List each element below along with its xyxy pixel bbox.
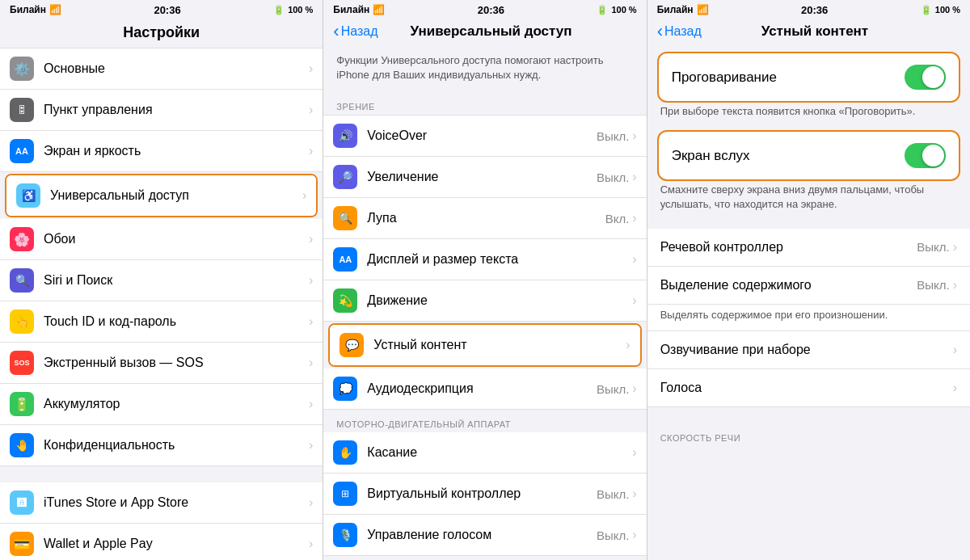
settings-item-ozv-nabor[interactable]: Озвучивание при наборе › [647,331,970,369]
settings-item-golosa[interactable]: Голоса › [647,369,970,407]
settings-item-touchid[interactable]: 👆 Touch ID и код-пароль › [0,301,323,343]
label-vydelenie: Выделение содержимого [660,278,917,293]
icon-voiceover: 🔊 [333,124,357,148]
status-left-3: Билайн 📶 [657,4,709,15]
status-left-2: Билайн 📶 [333,4,385,15]
chevron-oboi: › [309,232,313,246]
settings-item-lupa[interactable]: 🔍 Лупа Вкл. › [323,198,646,239]
chevron-display: › [632,252,636,267]
section-desc-2: Функции Универсального доступа помогают … [323,47,646,92]
icon-lupa: 🔍 [333,206,357,230]
icon-sos: SOS [10,351,34,375]
value-vydelenie: Выкл. [917,278,949,292]
highlighted-universal[interactable]: ♿ Универсальный доступ › [5,174,318,217]
toggle-label-ekran-vsluh: Экран вслух [672,148,905,164]
settings-item-virt[interactable]: ⊞ Виртуальный контроллер Выкл. › [323,474,646,515]
label-audio: Аудиодескрипция [367,381,597,396]
time-1: 20:36 [154,4,180,16]
highlighted-ustny[interactable]: 💬 Устный контент › [328,323,641,367]
settings-item-rechevoy[interactable]: Речевой контроллер Выкл. › [647,229,970,267]
label-voiceover: VoiceOver [367,128,597,143]
status-right-2: 🔋 100 % [597,5,636,15]
icon-audio: 💭 [333,377,357,401]
value-voiceover: Выкл. [597,129,629,143]
label-punkt: Пункт управления [44,103,309,117]
toggle-ekran-vsluh[interactable] [905,143,946,168]
chevron-ozv-nabor: › [953,343,957,357]
settings-item-siri[interactable]: 🔍 Siri и Поиск › [0,260,323,301]
back-button-2[interactable]: Назад [333,23,377,40]
icon-konfid: 🤚 [10,433,34,457]
status-bar-2: Билайн 📶 20:36 🔋 100 % [323,0,646,19]
chevron-golosa: › [953,381,957,395]
toggle-row-ekran: Экран вслух [659,132,959,179]
settings-item-dvizhenie[interactable]: 💫 Движение › [323,280,646,322]
label-wallet: Wallet и Apple Pay [44,537,309,551]
label-touchid: Touch ID и код-пароль [44,314,309,329]
settings-item-sos[interactable]: SOS Экстренный вызов — SOS › [0,343,323,384]
value-golos-motor: Выкл. [597,528,629,542]
icon-siri: 🔍 [10,268,34,293]
settings-item-osnovnye[interactable]: ⚙️ Основные › [0,48,323,90]
icon-universal: ♿ [16,183,40,208]
label-siri: Siri и Поиск [44,273,309,288]
settings-item-itunes[interactable]: 🅰 iTunes Store и App Store › [0,482,323,524]
back-label-3: Назад [664,24,702,39]
chevron-kasanie: › [632,445,636,460]
icon-itunes: 🅰 [10,491,34,515]
settings-item-uvelichenie[interactable]: 🔎 Увеличение Выкл. › [323,157,646,198]
status-right-3: 🔋 100 % [921,5,960,15]
section-label-vision: ЗРЕНИЕ [323,92,646,115]
wifi-icon-2: 📶 [373,4,385,15]
settings-item-oboi[interactable]: 🌸 Обои › [0,219,323,260]
settings-item-golos-motor[interactable]: 🎙️ Управление голосом Выкл. › [323,515,646,556]
highlighted-ekran-vsluh: Экран вслух [657,130,960,181]
settings-item-universal[interactable]: ♿ Универсальный доступ › [6,175,316,216]
chevron-ustny: › [626,338,630,352]
vydelenie-desc: Выделять содержимое при его произношении… [647,305,970,331]
settings-item-voiceover[interactable]: 🔊 VoiceOver Выкл. › [323,115,646,157]
toggle-progovarivanie[interactable] [905,65,946,90]
label-ozv-nabor: Озвучивание при наборе [660,343,953,357]
settings-item-kasanie[interactable]: ✋ Касание › [323,432,646,474]
wifi-icon: 📶 [49,4,61,15]
label-rechevoy: Речевой контроллер [660,240,917,255]
icon-display: AA [333,247,357,272]
chevron-rechevoy: › [953,240,957,255]
chevron-vydelenie: › [953,278,957,293]
settings-item-punkt[interactable]: 🎛 Пункт управления › [0,90,323,131]
settings-item-ekran[interactable]: AA Экран и яркость › [0,131,323,172]
settings-list-1: ⚙️ Основные › 🎛 Пункт управления › AA Эк… [0,48,323,560]
icon-uvelichenie: 🔎 [333,165,357,189]
chevron-punkt: › [309,103,313,117]
label-osnovnye: Основные [44,61,309,76]
settings-item-akkum[interactable]: 🔋 Аккумулятор › [0,384,323,425]
icon-virt: ⊞ [333,482,357,506]
value-rechevoy: Выкл. [917,240,949,254]
settings-item-audio[interactable]: 💭 Аудиодескрипция Выкл. › [323,368,646,410]
wifi-icon-3: 📶 [697,4,709,15]
label-sos: Экстренный вызов — SOS [44,356,309,370]
chevron-golos-motor: › [632,528,636,542]
value-audio: Выкл. [597,382,629,396]
label-oboi: Обои [44,232,309,246]
battery-icon-2: 🔋 [597,5,608,15]
label-universal: Универсальный доступ [50,188,302,203]
chevron-uvelichenie: › [632,170,636,184]
chevron-siri: › [309,273,313,288]
chevron-voiceover: › [632,128,636,143]
settings-item-wallet[interactable]: 💳 Wallet и Apple Pay › [0,524,323,560]
time-2: 20:36 [478,4,504,16]
icon-ekran: AA [10,139,34,163]
icon-kasanie: ✋ [333,440,357,465]
back-button-3[interactable]: Назад [657,23,702,40]
label-display: Дисплей и размер текста [367,252,632,267]
icon-dvizhenie: 💫 [333,288,357,313]
value-lupa: Вкл. [605,212,630,225]
settings-item-vydelenie[interactable]: Выделение содержимого Выкл. › [647,267,970,305]
settings-item-konfid[interactable]: 🤚 Конфиденциальность › [0,425,323,466]
status-right-1: 🔋 100 % [273,5,313,15]
settings-item-ustny[interactable]: 💬 Устный контент › [330,325,639,365]
icon-golos-motor: 🎙️ [333,523,357,547]
settings-item-display[interactable]: AA Дисплей и размер текста › [323,239,646,280]
